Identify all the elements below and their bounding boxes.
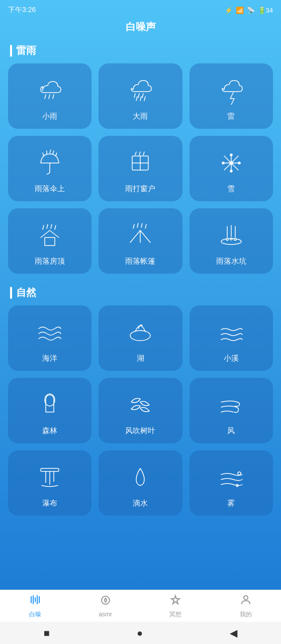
nav-asmr-label: asmr [99, 611, 112, 618]
wifi-icon: 📡 [247, 7, 255, 14]
section-thunder-rain: 雷雨 [0, 40, 281, 63]
wind-icon [215, 389, 247, 421]
svg-line-20 [143, 152, 144, 155]
card-snow[interactable]: 雪 [190, 136, 273, 201]
svg-line-3 [134, 94, 135, 98]
sys-square-btn[interactable]: ■ [44, 627, 50, 639]
nav-asmr[interactable]: asmr [70, 594, 141, 618]
svg-line-38 [141, 223, 142, 227]
stream-icon [215, 316, 247, 349]
card-waterfall[interactable]: 瀑布 [8, 450, 91, 516]
ocean-icon [34, 316, 66, 349]
rain-puddle-icon [215, 219, 247, 252]
card-lake-label: 湖 [137, 354, 144, 363]
page-title: 白噪声 [0, 18, 281, 40]
card-mist[interactable]: 雾 [190, 450, 273, 516]
svg-marker-61 [171, 596, 179, 604]
card-rain-tent[interactable]: 雨落帐篷 [99, 208, 182, 274]
svg-line-18 [135, 152, 136, 155]
card-lake[interactable]: 湖 [99, 305, 182, 371]
card-heavy-rain[interactable]: 大雨 [99, 63, 182, 129]
svg-rect-30 [45, 237, 55, 246]
card-wind[interactable]: 风 [190, 378, 273, 443]
card-drip[interactable]: 滴水 [99, 450, 182, 516]
nav-mine[interactable]: 我的 [211, 594, 281, 619]
svg-line-31 [43, 225, 44, 229]
nav-mine-label: 我的 [240, 610, 252, 619]
card-rain-umbrella[interactable]: 雨落伞上 [8, 136, 91, 201]
card-forest-label: 森林 [42, 426, 57, 436]
svg-rect-49 [41, 468, 59, 471]
lake-icon [124, 316, 156, 349]
svg-line-10 [43, 153, 44, 156]
asmr-icon [100, 594, 112, 609]
card-wind-label: 风 [227, 426, 235, 436]
nav-whitenoise[interactable]: 白噪 [0, 594, 70, 619]
svg-line-1 [49, 95, 50, 99]
card-light-rain-label: 小雨 [42, 112, 57, 121]
sys-circle-btn[interactable]: ● [137, 627, 143, 639]
card-rain-puddle[interactable]: 雨落水坑 [190, 208, 273, 274]
svg-line-19 [139, 152, 140, 155]
card-rain-window[interactable]: 雨打窗户 [99, 136, 182, 201]
svg-line-32 [47, 224, 48, 228]
svg-point-62 [244, 596, 248, 600]
rain-window-icon [124, 147, 156, 179]
snow-icon [215, 147, 247, 179]
card-thunder-label: 雷 [227, 112, 235, 121]
svg-point-27 [230, 170, 232, 172]
svg-point-44 [226, 238, 228, 240]
card-rain-window-label: 雨打窗户 [125, 184, 155, 194]
card-rain-puddle-label: 雨落水坑 [216, 257, 246, 266]
rain-umbrella-icon [34, 147, 66, 179]
nav-meditation[interactable]: 冥想 [141, 594, 211, 619]
svg-point-47 [130, 331, 150, 341]
svg-line-13 [53, 151, 54, 154]
card-thunder[interactable]: 雷 [190, 63, 273, 129]
card-snow-label: 雪 [227, 184, 235, 194]
section-thunder-rain-label: 雷雨 [16, 44, 36, 57]
svg-point-45 [230, 238, 232, 240]
card-wind-leaves[interactable]: 风吹树叶 [99, 378, 182, 443]
card-stream-label: 小溪 [224, 354, 239, 363]
mist-icon [215, 461, 247, 494]
card-ocean-label: 海洋 [42, 354, 57, 363]
card-stream[interactable]: 小溪 [190, 305, 273, 371]
nature-grid: 海洋 湖 小溪 [0, 305, 281, 524]
svg-point-46 [234, 238, 236, 240]
card-light-rain[interactable]: 小雨 [8, 63, 91, 129]
light-rain-icon [34, 74, 66, 107]
svg-point-25 [230, 162, 233, 165]
status-icons: ⚡ 📶 📡 🔋34 [225, 7, 273, 14]
battery-icon: 🔋34 [258, 7, 273, 14]
whitenoise-icon [29, 594, 41, 609]
svg-line-14 [56, 153, 57, 156]
card-forest[interactable]: 森林 [8, 378, 91, 443]
svg-line-37 [137, 223, 138, 227]
card-ocean[interactable]: 海洋 [8, 305, 91, 371]
card-heavy-rain-label: 大雨 [133, 112, 148, 121]
forest-icon [34, 389, 66, 421]
card-rain-roof[interactable]: 雨落房顶 [8, 208, 91, 274]
svg-line-0 [45, 95, 46, 99]
section-nature: 自然 [0, 282, 281, 305]
card-rain-umbrella-label: 雨落伞上 [35, 184, 65, 194]
svg-line-34 [55, 225, 56, 229]
card-drip-label: 滴水 [133, 499, 148, 508]
svg-line-33 [51, 224, 52, 228]
section-nature-label: 自然 [16, 286, 36, 299]
svg-line-36 [133, 224, 134, 228]
svg-point-53 [238, 472, 241, 475]
svg-point-28 [222, 162, 224, 164]
card-rain-tent-label: 雨落帐篷 [125, 257, 155, 266]
svg-line-8 [144, 97, 145, 101]
thunder-rain-grid: 小雨 大雨 [0, 63, 281, 282]
mine-icon [240, 594, 252, 609]
sys-back-btn[interactable]: ◀ [230, 627, 237, 639]
card-rain-roof-label: 雨落房顶 [35, 257, 65, 266]
waterfall-icon [34, 461, 66, 494]
svg-point-26 [230, 154, 232, 156]
bottom-nav: 白噪 asmr 冥想 我的 [0, 590, 281, 622]
svg-line-39 [145, 224, 146, 228]
section-bar [10, 45, 12, 57]
